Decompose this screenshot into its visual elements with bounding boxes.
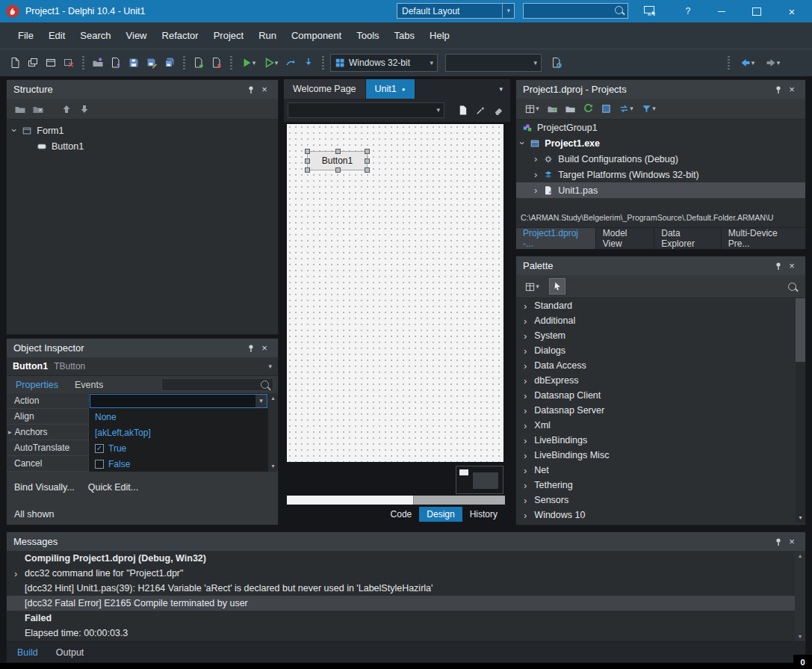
property-row[interactable]: Cancel False <box>7 456 268 472</box>
message-row-hint[interactable]: [dcc32 Hint] Unit1.pas(39): H2164 Variab… <box>7 581 805 596</box>
new-folder-button[interactable] <box>543 100 561 118</box>
checkbox-unchecked-icon[interactable] <box>95 460 104 469</box>
palette-category[interactable]: ›Net <box>516 463 805 478</box>
close-icon[interactable]: × <box>785 83 799 96</box>
designed-button1[interactable]: Button1 <box>307 151 368 170</box>
menu-component[interactable]: Component <box>284 30 349 41</box>
run-button[interactable]: ▾ <box>237 54 259 72</box>
tab-list-dropdown[interactable]: ▾ <box>499 86 503 93</box>
property-row[interactable]: Action ▾ <box>7 393 268 409</box>
tree-item-build-configurations[interactable]: › Build Configurations (Debug) <box>516 151 805 167</box>
remove-file-from-project-button[interactable] <box>208 54 226 72</box>
close-icon[interactable]: × <box>258 342 271 355</box>
desktop-layout-button[interactable] <box>636 0 663 22</box>
menu-file[interactable]: File <box>10 30 41 41</box>
move-up-button[interactable] <box>58 100 75 118</box>
expander-icon[interactable]: › <box>534 154 537 164</box>
close-button[interactable]: × <box>780 0 804 22</box>
tab-history[interactable]: History <box>462 507 505 522</box>
navigate-forward-button[interactable]: ▾ <box>760 54 785 72</box>
scrollbar-thumb[interactable] <box>287 496 414 505</box>
messages-scrollbar[interactable]: ▴ ▾ <box>795 551 805 642</box>
dropdown-button[interactable]: ▾ <box>255 395 267 407</box>
designer-thumbnail[interactable] <box>456 466 503 494</box>
component-categories-button[interactable]: ▾ <box>521 277 543 295</box>
close-icon[interactable]: × <box>785 259 799 273</box>
tab-welcome-page[interactable]: Welcome Page <box>284 79 366 99</box>
ide-search-input[interactable] <box>523 3 628 19</box>
scroll-down-icon[interactable]: ▾ <box>268 461 278 472</box>
navigate-back-button[interactable]: ▾ <box>734 54 760 72</box>
new-item-icon[interactable] <box>11 100 29 118</box>
palette-category[interactable]: ›Xml <box>516 418 805 433</box>
tree-item-form1[interactable]: › Form1 <box>7 123 278 138</box>
expander-icon[interactable]: › <box>10 129 19 132</box>
close-all-button[interactable] <box>60 54 78 72</box>
oi-scrollbar[interactable]: ▴ ▾ <box>268 393 278 472</box>
expander-icon[interactable]: › <box>518 141 527 144</box>
close-icon[interactable]: × <box>258 83 271 96</box>
palette-category[interactable]: ›Data Access <box>516 358 805 373</box>
message-row[interactable]: Failed <box>7 611 805 626</box>
palette-category[interactable]: ›Standard <box>516 298 805 313</box>
palette-category[interactable]: ›LiveBindings <box>516 433 805 448</box>
message-row-fatal-error[interactable]: [dcc32 Fatal Error] E2165 Compile termin… <box>7 596 805 611</box>
palette-category[interactable]: ›Datasnap Client <box>516 388 805 403</box>
property-value[interactable]: [akLeft,akTop] <box>89 425 268 440</box>
message-row[interactable]: Elapsed time: 00:00:03.3 <box>7 626 805 641</box>
menu-project[interactable]: Project <box>206 30 251 41</box>
add-new-unit-button[interactable] <box>107 54 125 72</box>
layout-selector[interactable]: Default Layout ▾ <box>397 3 515 19</box>
resize-handle[interactable] <box>305 149 310 154</box>
palette-category[interactable]: ›System <box>516 328 805 343</box>
tree-item-target-platforms[interactable]: › Target Platforms (Windows 32-bit) <box>516 167 805 182</box>
oi-search-input[interactable] <box>161 378 273 391</box>
pin-icon[interactable] <box>772 535 785 549</box>
resize-handle[interactable] <box>365 158 370 164</box>
delete-item-icon[interactable] <box>29 100 47 118</box>
magic-wand-icon[interactable] <box>471 102 489 120</box>
property-value[interactable]: None <box>89 409 268 425</box>
scroll-down-icon[interactable]: ▾ <box>795 632 805 642</box>
resize-handle[interactable] <box>365 167 370 173</box>
menu-help[interactable]: Help <box>422 30 457 41</box>
new-items-button[interactable] <box>6 54 24 72</box>
tree-item-button1[interactable]: Button1 <box>7 138 278 154</box>
package-button[interactable]: ▾ <box>521 100 543 118</box>
palette-category[interactable]: ›Additional <box>516 313 805 328</box>
component-selector[interactable]: Button1 TButton ▾ <box>7 357 278 376</box>
menu-tabs[interactable]: Tabs <box>387 30 422 41</box>
menu-view[interactable]: View <box>119 30 155 41</box>
expander-icon[interactable]: › <box>534 170 537 179</box>
tab-model-view[interactable]: Model View <box>596 228 654 249</box>
tree-item-unit1-pas[interactable]: › Unit1.pas <box>516 182 805 198</box>
save-button[interactable] <box>125 54 143 72</box>
selection-tool-button[interactable] <box>549 278 565 295</box>
tab-design[interactable]: Design <box>419 507 462 522</box>
tab-unit1[interactable]: Unit1● <box>366 79 415 99</box>
menu-search[interactable]: Search <box>72 30 118 41</box>
project-options-button[interactable] <box>548 54 565 72</box>
maximize-button[interactable] <box>745 0 769 22</box>
expander-icon[interactable]: › <box>14 569 17 579</box>
property-value-cell[interactable]: ✓True <box>89 440 268 456</box>
tab-data-explorer[interactable]: Data Explorer <box>654 228 722 249</box>
filter-button[interactable]: ▾ <box>637 100 660 118</box>
open-folder-button[interactable] <box>561 100 579 118</box>
palette-category[interactable]: ›LiveBindings Misc <box>516 448 805 463</box>
palette-category[interactable]: ›dbExpress <box>516 373 805 388</box>
menu-edit[interactable]: Edit <box>41 30 72 41</box>
pin-icon[interactable] <box>244 83 258 96</box>
run-without-debugging-button[interactable]: ▾ <box>259 54 282 72</box>
open-project-button[interactable] <box>89 54 107 72</box>
pin-icon[interactable] <box>772 259 785 273</box>
open-window-button[interactable] <box>42 54 60 72</box>
save-all-button[interactable] <box>161 54 179 72</box>
refresh-button[interactable] <box>579 100 597 118</box>
tab-code[interactable]: Code <box>383 507 420 522</box>
palette-category[interactable]: ›Datasnap Server <box>516 403 805 418</box>
build-button[interactable] <box>597 100 615 118</box>
resize-handle[interactable] <box>305 158 310 164</box>
bind-visually-link[interactable]: Bind Visually... <box>14 482 75 493</box>
palette-search-input[interactable] <box>565 283 805 291</box>
